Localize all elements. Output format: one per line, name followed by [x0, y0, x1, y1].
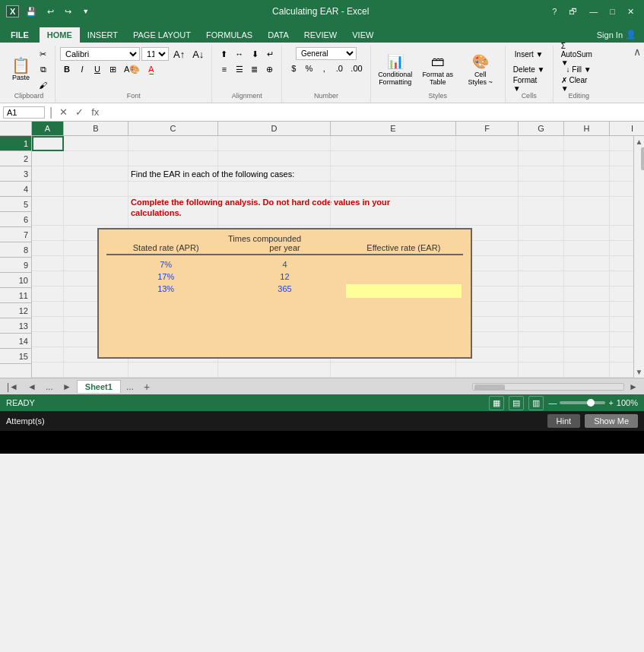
decrease-decimal-button[interactable]: .00: [347, 62, 365, 75]
cell-g4[interactable]: [519, 182, 564, 197]
cell-h6[interactable]: [564, 226, 610, 241]
tab-review[interactable]: REVIEW: [297, 27, 344, 43]
cell-b2[interactable]: [64, 151, 128, 166]
cell-e15[interactable]: [331, 362, 456, 378]
cell-a12[interactable]: [32, 317, 64, 332]
cell-h14[interactable]: [564, 347, 610, 362]
col-header-d[interactable]: D: [218, 122, 331, 135]
row-header-8[interactable]: 8: [0, 242, 31, 258]
sheet-nav-prev[interactable]: ◄: [24, 380, 40, 394]
cell-a13[interactable]: [32, 332, 64, 347]
cell-h10[interactable]: [564, 286, 610, 302]
cell-c1[interactable]: [128, 136, 218, 151]
cell-b4[interactable]: [64, 182, 128, 197]
apr-val-1[interactable]: 7%: [106, 260, 225, 269]
ear-val-2[interactable]: [344, 272, 463, 281]
row-header-13[interactable]: 13: [0, 318, 31, 334]
cell-g7[interactable]: [519, 241, 564, 256]
cell-d3[interactable]: [218, 166, 331, 182]
cell-g2[interactable]: [519, 151, 564, 166]
tab-insert[interactable]: INSERT: [80, 27, 125, 43]
cell-h12[interactable]: [564, 317, 610, 332]
col-header-c[interactable]: C: [128, 122, 218, 135]
scroll-down-arrow[interactable]: ▼: [634, 366, 644, 378]
cut-button[interactable]: ✂: [36, 48, 50, 62]
cell-h2[interactable]: [564, 151, 610, 166]
align-middle-button[interactable]: ↔: [232, 47, 246, 61]
cell-styles-button[interactable]: 🎨 CellStyles ~: [461, 50, 500, 90]
cell-g1[interactable]: [519, 136, 564, 151]
page-layout-icon[interactable]: ▤: [509, 396, 524, 410]
format-painter-button[interactable]: 🖌: [36, 78, 50, 92]
cell-a8[interactable]: [32, 256, 64, 271]
comma-button[interactable]: ,: [317, 62, 331, 75]
row-header-15[interactable]: 15: [0, 349, 31, 364]
align-bottom-button[interactable]: ⬇: [248, 47, 262, 61]
cell-e3[interactable]: [331, 166, 456, 182]
cell-a7[interactable]: [32, 241, 64, 256]
font-size-select[interactable]: 11: [141, 47, 169, 61]
cell-c5[interactable]: Complete the following analysis. Do not …: [128, 197, 218, 226]
row-header-3[interactable]: 3: [0, 166, 31, 182]
row-header-4[interactable]: 4: [0, 182, 31, 197]
sheet-nav-ellipsis1[interactable]: ...: [42, 380, 57, 394]
sheet-tab-active[interactable]: Sheet1: [77, 380, 121, 393]
cell-d4[interactable]: [218, 182, 331, 197]
wrap-text-button[interactable]: ↵: [263, 47, 277, 61]
cell-h9[interactable]: [564, 271, 610, 286]
cancel-formula-icon[interactable]: ✕: [57, 106, 70, 119]
row-header-12[interactable]: 12: [0, 303, 31, 318]
function-icon[interactable]: fx: [89, 106, 101, 119]
normal-view-icon[interactable]: ▦: [489, 396, 504, 410]
hint-button[interactable]: Hint: [547, 414, 581, 428]
cell-d15[interactable]: [218, 362, 331, 378]
cell-g12[interactable]: [519, 317, 564, 332]
cell-g14[interactable]: [519, 347, 564, 362]
cell-a6[interactable]: [32, 226, 64, 241]
cell-c3[interactable]: Find the EAR in each of the following ca…: [128, 166, 218, 182]
cell-a3[interactable]: [32, 166, 64, 182]
conditional-formatting-button[interactable]: 📊 Conditional Formatting: [376, 50, 415, 90]
cell-d5[interactable]: [218, 197, 331, 226]
number-format-select[interactable]: General: [296, 47, 357, 60]
align-center-button[interactable]: ☰: [233, 62, 246, 76]
col-header-h[interactable]: H: [564, 122, 610, 135]
zoom-slider-thumb[interactable]: [587, 399, 595, 407]
cell-g15[interactable]: [519, 362, 564, 378]
cell-g13[interactable]: [519, 332, 564, 347]
scroll-thumb[interactable]: [641, 147, 645, 170]
font-color-button[interactable]: A̲: [144, 62, 158, 76]
cell-e4[interactable]: [331, 182, 456, 197]
row-header-14[interactable]: 14: [0, 334, 31, 349]
cell-a11[interactable]: [32, 302, 64, 317]
cell-h11[interactable]: [564, 302, 610, 317]
cell-a4[interactable]: [32, 182, 64, 197]
show-me-button[interactable]: Show Me: [585, 414, 638, 428]
cell-a2[interactable]: [32, 151, 64, 166]
times-val-1[interactable]: 4: [225, 260, 344, 269]
row-header-6[interactable]: 6: [0, 212, 31, 227]
row-header-5[interactable]: 5: [0, 197, 31, 212]
apr-val-3[interactable]: 13%: [106, 284, 225, 298]
italic-button[interactable]: I: [75, 62, 89, 76]
cell-a14[interactable]: [32, 347, 64, 362]
tab-file[interactable]: FILE: [0, 27, 40, 43]
sheet-nav-ellipsis2[interactable]: ...: [122, 380, 138, 394]
cell-c4[interactable]: [128, 182, 218, 197]
ribbon-collapse-button[interactable]: ∧: [633, 46, 641, 58]
add-sheet-button[interactable]: +: [139, 379, 154, 394]
zoom-plus-button[interactable]: +: [608, 398, 613, 407]
cell-g3[interactable]: [519, 166, 564, 182]
underline-button[interactable]: U: [90, 62, 104, 76]
help-button[interactable]: ?: [548, 5, 560, 17]
border-button[interactable]: ⊞: [106, 62, 119, 76]
percent-button[interactable]: %: [302, 62, 316, 75]
cell-f2[interactable]: [456, 151, 519, 166]
row-header-2[interactable]: 2: [0, 151, 31, 166]
cell-h13[interactable]: [564, 332, 610, 347]
decrease-font-button[interactable]: A↓: [189, 47, 207, 61]
copy-button[interactable]: ⧉: [36, 63, 50, 77]
cell-e5[interactable]: [331, 197, 456, 226]
scroll-right-arrow[interactable]: ►: [626, 381, 641, 392]
cell-c2[interactable]: [128, 151, 218, 166]
